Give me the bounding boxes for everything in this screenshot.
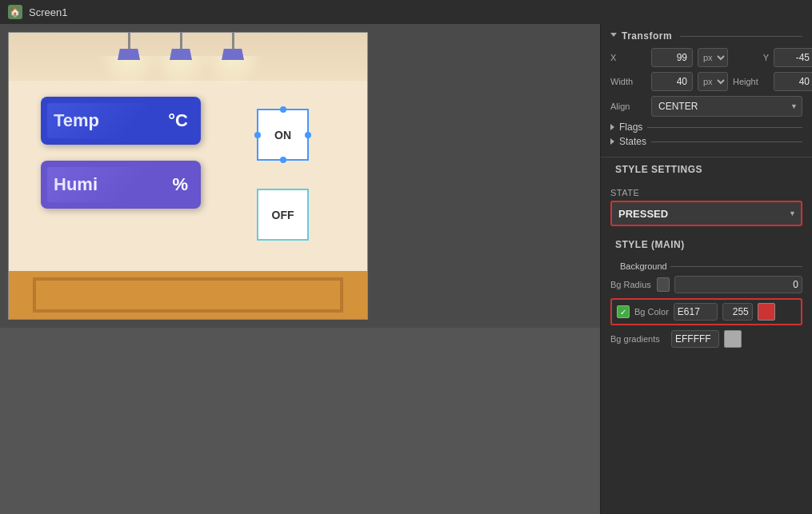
main-area: Temp °C Humi % ON OFF [0,24,812,514]
toggle-on-label: ON [274,129,291,141]
style-main-label: STYLE (MAIN) [615,239,685,250]
light-shade [118,49,140,60]
bg-gradients-label: Bg gradients [610,334,666,344]
grad-input[interactable] [671,330,719,348]
bg-radius-row: Bg Radius [610,276,802,293]
align-select-wrapper: CENTER LEFT RIGHT [651,96,802,117]
top-bar: 🏠 Screen1 [0,0,812,24]
transform-section: Transform X px Y px Width [601,24,812,157]
transform-divider [680,36,802,37]
flags-label: Flags [619,122,642,133]
light-rod [232,33,234,49]
light-rod [128,33,130,49]
light-3 [201,33,265,88]
bg-line [670,266,802,267]
width-label: Width [610,77,646,86]
bg-header: Background [610,261,802,271]
flags-line [647,127,802,128]
flags-row[interactable]: Flags [610,122,802,133]
light-shade [170,49,192,60]
light-shade [222,49,244,60]
bg-radius-label: Bg Radius [610,280,652,289]
temp-label: Temp [54,110,99,131]
light-glow [201,56,265,88]
bg-color-row: ✓ Bg Color [610,298,802,325]
wh-row: Width px Height px [610,72,802,91]
selection-handle-right [305,132,311,138]
x-unit-select[interactable]: px [698,48,728,67]
transform-label: Transform [622,30,672,42]
states-expand-icon[interactable] [610,138,614,145]
bg-color-label: Bg Color [634,307,669,317]
state-select-wrapper: PRESSED DEFAULT FOCUSED DISABLED [610,201,802,226]
style-settings-label: STYLE SETTINGS [615,164,702,175]
right-panel: Transform X px Y px Width [600,24,812,514]
style-main-content: Background Bg Radius ✓ Bg Color [601,257,812,357]
states-label: States [619,136,646,147]
style-main-header: STYLE (MAIN) [601,233,812,257]
alpha-input[interactable] [722,303,753,321]
background-section: Background Bg Radius ✓ Bg Color [610,261,802,348]
y-input[interactable] [774,48,812,67]
humi-unit: % [172,174,188,195]
selection-handle-left [254,132,261,138]
state-select[interactable]: PRESSED DEFAULT FOCUSED DISABLED [610,201,802,226]
temp-widget[interactable]: Temp °C [41,97,201,145]
align-select[interactable]: CENTER LEFT RIGHT [651,96,802,117]
x-label: X [610,53,646,62]
color-swatch[interactable] [758,303,775,321]
state-section: STATE PRESSED DEFAULT FOCUSED DISABLED [601,181,812,233]
height-label: Height [733,77,769,86]
bg-gradients-row: Bg gradients [610,330,802,348]
width-unit-select[interactable]: px [698,72,728,91]
states-line [651,141,802,142]
y-label: Y [733,53,769,62]
width-input[interactable] [651,72,693,91]
canvas-area: Temp °C Humi % ON OFF [0,24,600,514]
bg-label: Background [620,261,667,271]
scene-floor [9,271,367,319]
home-icon: 🏠 [8,5,22,19]
radius-input[interactable] [674,276,802,293]
bottom-section [0,328,600,514]
transform-header: Transform [610,30,802,42]
screen-canvas[interactable]: Temp °C Humi % ON OFF [8,32,368,320]
align-row: Align CENTER LEFT RIGHT [610,96,802,117]
humi-widget[interactable]: Humi % [41,161,201,209]
temp-unit: °C [168,110,188,131]
x-input[interactable] [651,48,693,67]
color-enabled-checkbox[interactable]: ✓ [617,305,630,318]
color-hex-input[interactable] [674,303,718,321]
transform-collapse-icon[interactable] [610,33,617,40]
xy-row: X px Y px [610,48,802,67]
toggle-on-button[interactable]: ON [257,109,309,161]
state-label: STATE [610,188,802,197]
radius-toggle[interactable] [657,277,670,292]
humi-label: Humi [54,174,98,195]
align-label: Align [610,102,646,111]
states-row[interactable]: States [610,136,802,147]
light-rod [180,33,182,49]
grad-swatch[interactable] [724,330,742,348]
style-settings-header: STYLE SETTINGS [601,157,812,181]
toggle-off-label: OFF [272,209,294,221]
screen-title: Screen1 [29,6,67,18]
flags-expand-icon[interactable] [610,124,614,130]
toggle-off-button[interactable]: OFF [257,189,309,241]
height-input[interactable] [774,72,812,91]
floor-inner [33,277,343,313]
